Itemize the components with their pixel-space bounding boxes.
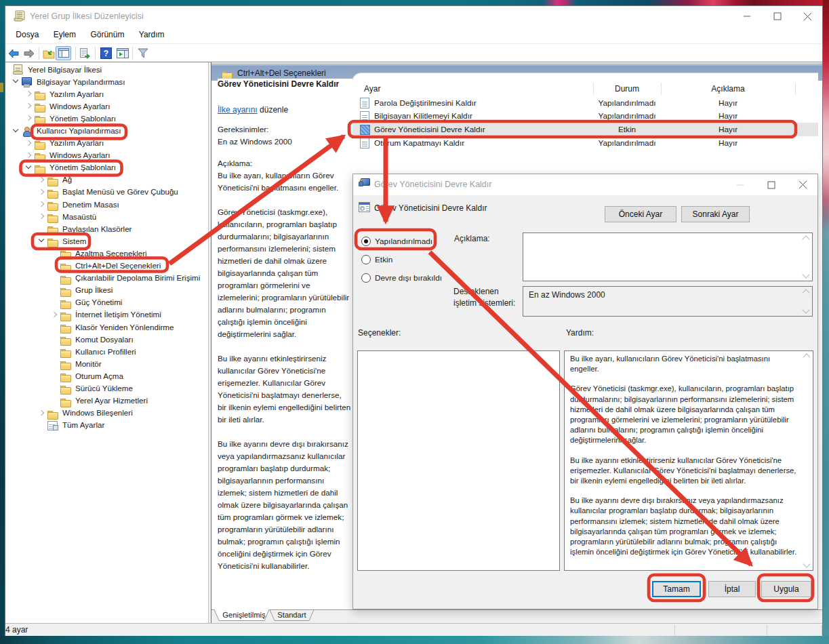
tree-item[interactable]: Yönetim Şablonları	[5, 161, 208, 174]
comment-scrollbar[interactable]	[801, 233, 812, 281]
setting-name[interactable]: Oturum Kapatmayı Kaldır	[374, 138, 464, 148]
tree-item-content[interactable]: Windows Ayarları	[35, 149, 112, 161]
tree-item-label[interactable]: Windows Ayarları	[47, 100, 112, 112]
options-box[interactable]	[357, 350, 560, 571]
radio-enabled[interactable]	[361, 255, 371, 264]
tree-item-label[interactable]: Klasör Yeniden Yönlendirme	[73, 321, 176, 333]
tree-item-label[interactable]: Kullanıcı Profilleri	[73, 346, 138, 357]
action-pane-icon[interactable]	[116, 47, 129, 60]
tree-item-label[interactable]: Ağ	[60, 174, 74, 185]
tree-item[interactable]: Ağ	[5, 174, 208, 186]
setting-name[interactable]: Bilgisayarı Kilitlemeyi Kaldır	[374, 111, 472, 121]
radio-enabled-label[interactable]: Etkin	[375, 255, 392, 264]
tree-item[interactable]: Yerel Ayar Hizmetleri	[5, 395, 208, 407]
cancel-button[interactable]: İptal	[708, 581, 756, 597]
tree-item-label[interactable]: Windows Ayarları	[47, 149, 112, 161]
tree-chevron-icon[interactable]	[11, 76, 22, 87]
tree-item-content[interactable]: Kullanıcı Yapılandırması	[22, 125, 123, 136]
radio-row-disabled[interactable]: Devre dışı bırakıldı	[361, 273, 442, 283]
tree-chevron-icon[interactable]	[49, 370, 60, 381]
tree-item-content[interactable]: Yerel Bilgisayar İlkesi	[13, 64, 104, 75]
tree-chevron-icon[interactable]	[49, 273, 60, 283]
tree-item[interactable]: Windows Ayarları	[5, 100, 208, 112]
tree-item[interactable]: Masaüstü	[5, 210, 208, 222]
tree-chevron-icon[interactable]	[49, 285, 60, 296]
tree-chevron-icon[interactable]	[49, 309, 60, 320]
tree-item-label[interactable]: Komut Dosyaları	[73, 334, 136, 345]
tree-item-content[interactable]: Sistem	[47, 235, 88, 247]
tree-item-label[interactable]: Masaüstü	[60, 211, 98, 222]
tree-item[interactable]: Denetim Masası	[5, 198, 208, 210]
ok-button[interactable]: Tamam	[652, 581, 701, 597]
column-header-aciklama[interactable]: Açıklama	[661, 81, 795, 96]
tree-item-label[interactable]: Denetim Masası	[60, 199, 121, 210]
previous-setting-button[interactable]: Önceki Ayar	[605, 206, 676, 222]
tree-chevron-icon[interactable]	[37, 235, 47, 246]
tree-item[interactable]: Azaltma Seçenekleri	[5, 247, 208, 259]
tab-genisletilmis[interactable]: Genişletilmiş	[220, 611, 268, 619]
tree-chevron-icon[interactable]	[49, 346, 60, 357]
close-button[interactable]	[792, 6, 823, 26]
tree-item-content[interactable]: İnternet İletişim Yönetimi	[60, 308, 163, 320]
settings-list-row[interactable]: Bilgisayarı Kilitlemeyi Kaldır Yapılandı…	[352, 110, 818, 123]
tree-item-label[interactable]: Sistem	[60, 235, 88, 247]
tree-item-content[interactable]: Masaüstü	[47, 211, 98, 222]
tree-item-content[interactable]: Windows Ayarları	[35, 100, 112, 112]
supported-textbox[interactable]: En az Windows 2000	[523, 286, 813, 317]
tree-chevron-icon[interactable]	[24, 138, 35, 148]
tree-chevron-icon[interactable]	[11, 125, 22, 136]
scroll-up-icon[interactable]	[802, 235, 809, 243]
tree-item-content[interactable]: Klasör Yeniden Yönlendirme	[60, 321, 176, 333]
tree-chevron-icon[interactable]	[24, 88, 35, 99]
tree-item-content[interactable]: Windows Bileşenleri	[47, 407, 135, 418]
tree-item-label[interactable]: Bilgisayar Yapılandırması	[35, 76, 127, 87]
column-separator[interactable]	[795, 83, 796, 95]
tree-chevron-icon[interactable]	[24, 113, 35, 123]
tree-chevron-icon[interactable]	[37, 420, 47, 430]
tree-item-content[interactable]: Yönetim Şablonları	[35, 113, 118, 124]
back-icon[interactable]	[7, 47, 20, 60]
tree-item-label[interactable]: Grup İlkesi	[73, 284, 115, 296]
radio-row-not-configured[interactable]: Yapılandırılmadı	[361, 237, 432, 246]
help-box[interactable]: Bu ilke ayarı, kullanıcıların Görev Yöne…	[564, 350, 813, 571]
tree-item-content[interactable]: Yazılım Ayarları	[35, 137, 106, 148]
settings-list-row[interactable]: Oturum Kapatmayı Kaldır Yapılandırılmadı…	[352, 136, 818, 150]
tree-item-content[interactable]: Tüm Ayarlar	[47, 419, 106, 430]
tab-standart[interactable]: Standart	[275, 611, 309, 619]
menu-dosya[interactable]: Dosya	[9, 26, 45, 43]
tree-item-content[interactable]: Azaltma Seçenekleri	[60, 247, 149, 259]
tree-item[interactable]: Yerel Bilgisayar İlkesi	[5, 63, 208, 75]
scroll-down-icon[interactable]	[802, 270, 809, 278]
tree-item[interactable]: Paylaşılan Klasörler	[5, 222, 208, 235]
column-header-durum[interactable]: Durum	[593, 81, 661, 96]
scroll-down-icon[interactable]	[803, 560, 810, 567]
tree-item-label[interactable]: Ctrl+Alt+Del Seçenekleri	[73, 260, 163, 271]
tree-chevron-icon[interactable]	[24, 100, 35, 111]
tree-item[interactable]: Yazılım Ayarları	[5, 137, 208, 149]
dialog-maximize-button[interactable]	[759, 174, 784, 195]
column-header-ayar[interactable]: Ayar	[364, 81, 380, 96]
tree-item[interactable]: Sistem	[5, 235, 208, 247]
tree-chevron-icon[interactable]	[37, 407, 47, 418]
tree-chevron-icon[interactable]	[49, 382, 60, 393]
tree-item-content[interactable]: Yönetim Şablonları	[35, 161, 118, 173]
tree-item[interactable]: Klasör Yeniden Yönlendirme	[5, 321, 208, 333]
tree-item-label[interactable]: Sürücü Yükleme	[73, 382, 135, 394]
maximize-button[interactable]	[762, 6, 792, 26]
tree-chevron-icon[interactable]	[49, 247, 60, 258]
tree-item[interactable]: Sürücü Yükleme	[5, 382, 208, 394]
window-titlebar[interactable]: Yerel Grup İlkesi Düzenleyicisi	[5, 6, 822, 26]
help-scrollbar[interactable]	[801, 351, 813, 570]
settings-list-row[interactable]: Parola Değiştirilmesini Kaldır Yapılandı…	[352, 96, 818, 110]
tree-chevron-icon[interactable]	[49, 260, 60, 271]
pane-splitter[interactable]	[208, 62, 209, 623]
tree-item-label[interactable]: Oturum Açma	[73, 370, 125, 382]
tree-chevron-icon[interactable]	[49, 395, 60, 406]
tree-chevron-icon[interactable]	[37, 199, 47, 209]
dialog-minimize-button[interactable]	[727, 174, 753, 195]
tree-item-content[interactable]: Komut Dosyaları	[60, 334, 136, 345]
tree-item-content[interactable]: Başlat Menüsü ve Görev Çubuğu	[47, 186, 180, 197]
tree-item[interactable]: Windows Bileşenleri	[5, 407, 208, 419]
menu-eylem[interactable]: Eylem	[47, 26, 82, 43]
console-tree-toggle-icon[interactable]	[56, 46, 71, 60]
